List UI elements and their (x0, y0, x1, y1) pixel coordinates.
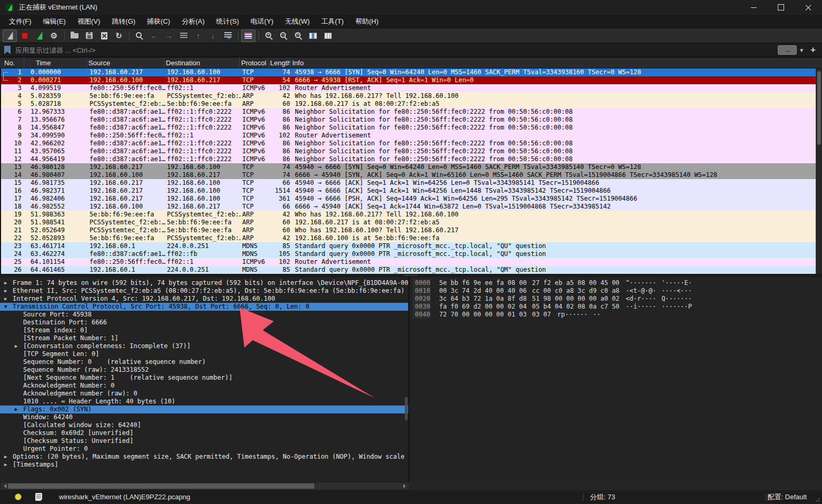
scroll-right-arrow-icon[interactable] (403, 484, 408, 488)
column-header-length[interactable]: Length (269, 57, 291, 68)
menu-item[interactable]: 分析(A) (176, 15, 210, 28)
detail-row[interactable]: 1010 .... = Header Length: 40 bytes (10) (0, 398, 408, 406)
expand-arrow-icon[interactable]: ▶ (4, 295, 13, 303)
packet-row[interactable]: 55.028718PCSSystemtec_f2:eb:…5e:bb:f6:9e… (1, 100, 822, 108)
detail-row[interactable]: [TCP Segment Len: 0] (0, 350, 408, 358)
detail-row[interactable]: [Stream index: 0] (0, 327, 408, 334)
details-scrollbar-thumb[interactable] (405, 397, 408, 420)
hscroll-thumb[interactable] (8, 483, 314, 489)
open-file-icon[interactable] (67, 29, 82, 42)
detail-row[interactable]: Acknowledgment Number: 0 (0, 382, 408, 390)
apply-filter-button[interactable] (778, 45, 797, 55)
find-packet-icon[interactable] (132, 29, 146, 42)
scrollbar-thumb[interactable] (817, 71, 821, 145)
number-columns-icon[interactable] (321, 29, 335, 42)
capture-comment-icon[interactable] (35, 493, 42, 501)
expand-arrow-icon[interactable]: ▶ (15, 342, 23, 350)
hex-row[interactable]: 00203c 64 b3 72 1a 0a 8f d851 98 00 00 0… (413, 295, 822, 303)
detail-row[interactable]: Sequence Number (raw): 2413318552 (0, 366, 408, 374)
column-header-no[interactable]: No. (0, 57, 24, 68)
detail-row[interactable]: Sequence Number: 0 (relative sequence nu… (0, 358, 408, 366)
menu-item[interactable]: 电话(Y) (245, 15, 279, 28)
detail-row[interactable]: ▶Internet Protocol Version 4, Src: 192.1… (0, 295, 408, 303)
detail-row[interactable]: ▶Ethernet II, Src: PCSSystemtec_f2:eb:a5… (0, 287, 408, 295)
packet-row[interactable]: 1042.966202fe80::d387:ac6f:ae1…ff02::1:f… (1, 140, 822, 147)
packet-row[interactable]: 2152.052649PCSSystemtec_f2:eb:…5e:bb:f6:… (1, 226, 822, 234)
expand-arrow-icon[interactable]: ▼ (4, 303, 13, 311)
menu-item[interactable]: 无线(W) (279, 15, 315, 28)
profile-label[interactable]: 配置: Default (768, 492, 807, 502)
expert-info-icon[interactable] (15, 493, 22, 500)
packet-row[interactable]: 814.956847fe80::d387:ac6f:ae1…ff02::1:ff… (1, 124, 822, 132)
packet-row[interactable]: 2463.462274fe80::d387:ac6f:ae1…ff02::fbM… (1, 250, 822, 258)
zoom-normal-icon[interactable]: = (291, 29, 305, 42)
expand-arrow-icon[interactable]: ▶ (4, 453, 13, 461)
packet-row[interactable]: 1244.956419fe80::d387:ac6f:ae1…ff02::1:f… (1, 155, 822, 163)
packet-row[interactable]: 10.000000192.168.60.217192.168.60.100TCP… (1, 68, 822, 76)
packet-row[interactable]: 612.967333fe80::d387:ac6f:ae1…ff02::1:ff… (1, 108, 822, 116)
detail-row[interactable]: Destination Port: 6666 (0, 319, 408, 327)
reload-file-icon[interactable]: ↻ (112, 29, 126, 42)
column-header-source[interactable]: Source (87, 57, 164, 68)
menu-item[interactable]: 文件(F) (3, 15, 37, 28)
menu-item[interactable]: 捕获(C) (141, 15, 176, 28)
column-header-time[interactable]: Time (24, 57, 87, 68)
hex-row[interactable]: 001000 3c 74 2d 40 00 40 06cc 00 c0 a8 3… (413, 287, 822, 295)
column-header-destination[interactable]: Destination (164, 57, 240, 68)
packet-row[interactable]: 1951.9883635e:bb:f6:9e:ee:faPCSSystemtec… (1, 211, 822, 219)
capture-options-icon[interactable]: ⚙ (47, 29, 61, 42)
packet-row[interactable]: 2051.988541PCSSystemtec_f2:eb:…5e:bb:f6:… (1, 219, 822, 226)
detail-row[interactable]: ▼Transmission Control Protocol, Src Port… (0, 303, 408, 311)
go-to-packet-icon[interactable] (176, 29, 191, 42)
detail-row[interactable]: ▶[Timestamps] (0, 461, 408, 469)
packet-row[interactable]: 713.956676fe80::d387:ac6f:ae1…ff02::1:ff… (1, 116, 822, 124)
packet-list-scrollbar[interactable] (816, 68, 822, 274)
column-header-info[interactable]: Info (291, 57, 822, 68)
packet-row[interactable]: 1446.980407192.168.60.100192.168.60.217T… (1, 171, 822, 179)
maximize-button[interactable] (767, 0, 795, 15)
filter-bookmark-icon[interactable] (4, 46, 11, 54)
detail-row[interactable]: ▶Flags: 0x002 (SYN) (0, 406, 408, 413)
detail-row[interactable]: Checksum: 0x69d2 [unverified] (0, 429, 408, 437)
stop-capture-icon[interactable] (17, 29, 32, 42)
detail-row[interactable]: ▶Frame 1: 74 bytes on wire (592 bits), 7… (0, 279, 408, 287)
packet-row[interactable]: 1646.982371192.168.60.217192.168.60.100T… (1, 187, 822, 195)
display-filter-input[interactable] (15, 46, 776, 54)
packet-row[interactable]: 1746.982406192.168.60.217192.168.60.100T… (1, 195, 822, 203)
detail-row[interactable]: [Next Sequence Number: 1 (relative seque… (0, 374, 408, 382)
detail-row[interactable]: Source Port: 45938 (0, 311, 408, 319)
packet-row[interactable]: 2664.461465192.168.60.1224.0.0.251MDNS85… (1, 266, 822, 274)
zoom-out-icon[interactable]: − (276, 29, 291, 42)
close-button[interactable] (795, 0, 822, 15)
detail-row[interactable]: Window: 64240 (0, 413, 408, 421)
detail-row[interactable]: [Checksum Status: Unverified] (0, 437, 408, 445)
detail-row[interactable]: [Stream Packet Number: 1] (0, 334, 408, 342)
detail-row[interactable]: [Calculated window size: 64240] (0, 421, 408, 429)
zoom-in-icon[interactable]: + (262, 29, 276, 42)
hex-row[interactable]: 004072 70 00 00 00 00 01 0303 07rp······… (413, 311, 822, 319)
expand-arrow-icon[interactable]: ▶ (4, 287, 13, 295)
save-file-icon[interactable] (82, 29, 96, 42)
menu-item[interactable]: 工具(T) (315, 15, 350, 28)
detail-row[interactable]: ▶[Conversation completeness: Incomplete … (0, 342, 408, 350)
packet-row[interactable]: 2363.461714192.168.60.1224.0.0.251MDNS85… (1, 242, 822, 250)
menu-item[interactable]: 统计(S) (210, 15, 244, 28)
hex-row[interactable]: 00005e bb f6 9e ee fa 08 0027 f2 eb a5 0… (413, 279, 822, 287)
go-last-packet-icon[interactable]: ↓ (206, 29, 220, 42)
detail-row[interactable]: Urgent Pointer: 0 (0, 445, 408, 453)
packet-row[interactable]: 2564.101154fe80::250:56ff:fec0…ff02::1IC… (1, 258, 822, 266)
packet-row[interactable]: 1546.981735192.168.60.217192.168.60.100T… (1, 179, 822, 187)
resize-grip[interactable] (814, 496, 820, 502)
packet-row[interactable]: 2252.0528935e:bb:f6:9e:ee:faPCSSystemtec… (1, 234, 822, 242)
column-header-protocol[interactable]: Protocol (240, 57, 269, 68)
auto-scroll-icon[interactable] (221, 29, 235, 42)
close-file-icon[interactable] (97, 29, 111, 42)
packet-row[interactable]: 1143.957065fe80::d387:ac6f:ae1…ff02::1:f… (1, 147, 822, 155)
menu-item[interactable]: 帮助(H) (350, 15, 384, 28)
packet-row[interactable]: 1846.982552192.168.60.100192.168.60.217T… (1, 203, 822, 211)
packet-row[interactable]: 45.0283595e:bb:f6:9e:ee:faPCSSystemtec_f… (1, 92, 822, 100)
packet-row[interactable]: 934.099590fe80::250:56ff:fec0…ff02::1ICM… (1, 132, 822, 140)
menu-item[interactable]: 跳转(G) (106, 15, 141, 28)
packet-row[interactable]: 34.099519fe80::250:56ff:fec0…ff02::1ICMP… (1, 84, 822, 92)
resize-columns-icon[interactable] (306, 29, 320, 42)
